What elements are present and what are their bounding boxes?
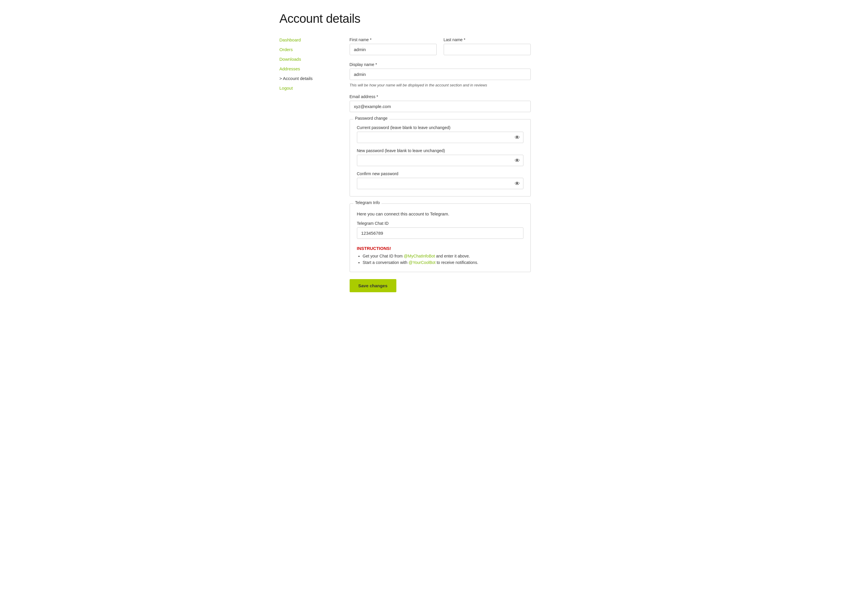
email-input[interactable] xyxy=(350,101,531,112)
email-label: Email address * xyxy=(350,94,531,99)
current-password-wrapper: 👁 xyxy=(357,132,523,143)
sidebar-item-addresses[interactable]: Addresses xyxy=(279,66,332,71)
instruction-item-1: Get your Chat ID from @MyChatInfoBot and… xyxy=(363,254,523,258)
first-name-label: First name * xyxy=(350,37,436,42)
sidebar-item-downloads[interactable]: Downloads xyxy=(279,57,332,62)
password-legend: Password change xyxy=(353,116,389,120)
new-password-input[interactable] xyxy=(357,155,523,166)
your-cool-bot-link[interactable]: @YourCoolBot xyxy=(409,260,435,265)
telegram-legend: Telegram Info xyxy=(353,200,382,205)
toggle-confirm-password-button[interactable]: 👁 xyxy=(515,181,520,186)
instructions-list: Get your Chat ID from @MyChatInfoBot and… xyxy=(357,254,523,265)
instruction-1-text-after: and enter it above. xyxy=(436,254,470,258)
confirm-password-label: Confirm new password xyxy=(357,172,523,176)
last-name-label: Last name * xyxy=(444,37,531,42)
sidebar: Dashboard Orders Downloads Addresses Acc… xyxy=(279,37,332,292)
instruction-item-2: Start a conversation with @YourCoolBot t… xyxy=(363,260,523,265)
current-password-label: Current password (leave blank to leave u… xyxy=(357,125,523,130)
instruction-1-text-before: Get your Chat ID from xyxy=(363,254,404,258)
display-name-input[interactable] xyxy=(350,69,531,80)
instruction-2-text-before: Start a conversation with xyxy=(363,260,409,265)
last-name-input[interactable] xyxy=(444,44,531,55)
toggle-new-password-button[interactable]: 👁 xyxy=(515,158,520,163)
sidebar-item-dashboard[interactable]: Dashboard xyxy=(279,37,332,43)
telegram-chat-id-label: Telegram Chat ID xyxy=(357,221,523,226)
confirm-password-wrapper: 👁 xyxy=(357,178,523,189)
password-change-section: Password change Current password (leave … xyxy=(350,119,531,197)
toggle-current-password-button[interactable]: 👁 xyxy=(515,135,520,140)
instruction-2-text-after: to receive notifications. xyxy=(436,260,478,265)
first-name-input[interactable] xyxy=(350,44,436,55)
display-name-hint: This will be how your name will be displ… xyxy=(350,83,531,87)
sidebar-item-logout[interactable]: Logout xyxy=(279,85,332,91)
new-password-label: New password (leave blank to leave uncha… xyxy=(357,148,523,153)
new-password-wrapper: 👁 xyxy=(357,155,523,166)
sidebar-item-account-details[interactable]: Account details xyxy=(279,76,332,81)
save-changes-button[interactable]: Save changes xyxy=(350,279,396,292)
sidebar-item-orders[interactable]: Orders xyxy=(279,47,332,52)
confirm-password-input[interactable] xyxy=(357,178,523,189)
telegram-description: Here you can connect this account to Tel… xyxy=(357,211,523,216)
instructions-title: INSTRUCTIONS! xyxy=(357,246,523,251)
account-details-form: First name * Last name * Display name * … xyxy=(350,37,531,292)
my-chat-info-bot-link[interactable]: @MyChatInfoBot xyxy=(404,254,435,258)
telegram-info-section: Telegram Info Here you can connect this … xyxy=(350,204,531,272)
display-name-label: Display name * xyxy=(350,62,531,67)
page-title: Account details xyxy=(279,12,566,26)
current-password-input[interactable] xyxy=(357,132,523,143)
telegram-chat-id-input[interactable] xyxy=(357,227,523,239)
